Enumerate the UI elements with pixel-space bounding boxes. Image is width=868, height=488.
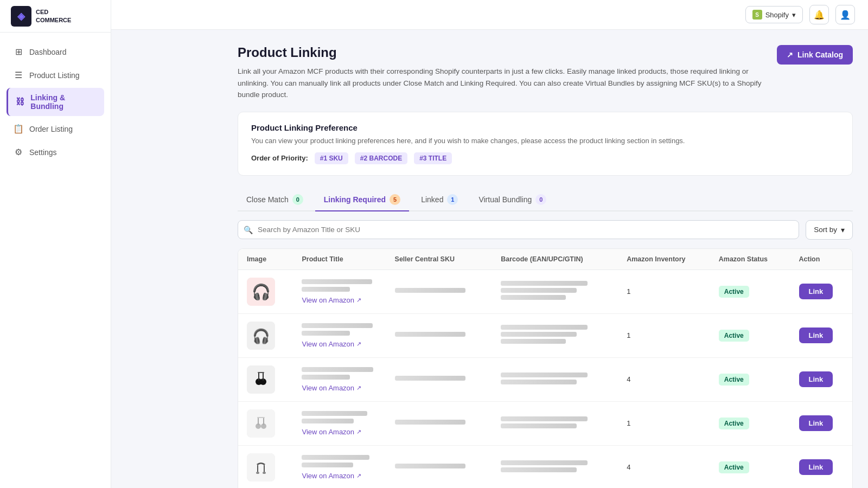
main-content: Product Linking Link all your Amazon MCF… bbox=[222, 30, 868, 488]
cell-sku-5 bbox=[386, 445, 493, 488]
table-row: 🎧 View on Amazon ↗ 1 Active bbox=[238, 313, 852, 357]
tab-linking-required-badge: 5 bbox=[390, 194, 400, 205]
cell-sku-2 bbox=[386, 313, 493, 357]
sort-chevron-icon: ▾ bbox=[841, 226, 845, 234]
tab-linked[interactable]: Linked 1 bbox=[412, 189, 467, 211]
chevron-down-icon: ▾ bbox=[792, 11, 796, 19]
external-link-icon: ↗ bbox=[356, 472, 361, 479]
search-input[interactable] bbox=[238, 220, 799, 239]
logo-text: CED COMMERCE bbox=[36, 8, 71, 24]
search-wrap: 🔍 bbox=[238, 220, 799, 239]
user-icon: 👤 bbox=[840, 10, 851, 20]
view-amazon-link-3[interactable]: View on Amazon ↗ bbox=[302, 384, 377, 392]
user-profile-button[interactable]: 👤 bbox=[835, 5, 855, 24]
cell-title-1: View on Amazon ↗ bbox=[293, 269, 386, 313]
external-link-icon: ↗ bbox=[356, 428, 361, 435]
sidebar-item-settings[interactable]: ⚙ Settings bbox=[7, 142, 104, 163]
cell-image-1: 🎧 bbox=[238, 269, 293, 313]
cell-inventory-2: 1 bbox=[618, 313, 710, 357]
sidebar-item-label: Linking & Bundling bbox=[30, 93, 98, 111]
notifications-button[interactable]: 🔔 bbox=[809, 5, 829, 24]
svg-rect-9 bbox=[258, 372, 264, 373]
status-badge-4: Active bbox=[719, 418, 749, 429]
view-amazon-link-1[interactable]: View on Amazon ↗ bbox=[302, 296, 377, 304]
cell-status-4: Active bbox=[710, 401, 790, 445]
cell-image-4 bbox=[238, 401, 293, 445]
col-barcode: Barcode (EAN/UPC/GTIN) bbox=[492, 249, 618, 270]
sidebar-item-label: Order Listing bbox=[29, 125, 73, 133]
svg-rect-15 bbox=[257, 417, 265, 418]
status-badge-2: Active bbox=[719, 330, 749, 342]
link-button-3[interactable]: Link bbox=[799, 371, 833, 387]
status-badge-5: Active bbox=[719, 461, 749, 473]
cell-action-1: Link bbox=[790, 269, 853, 313]
col-product-title: Product Title bbox=[293, 249, 386, 270]
products-table: Image Product Title Seller Central SKU B… bbox=[238, 248, 853, 488]
cell-sku-3 bbox=[386, 357, 493, 401]
link-catalog-icon: ↗ bbox=[787, 50, 793, 59]
svg-rect-10 bbox=[247, 409, 275, 438]
tab-virtual-bundling-label: Virtual Bundling bbox=[478, 195, 532, 204]
tab-linked-label: Linked bbox=[421, 195, 443, 204]
link-button-1[interactable]: Link bbox=[799, 284, 833, 299]
external-link-icon: ↗ bbox=[356, 297, 361, 304]
preference-card: Product Linking Preference You can view … bbox=[238, 112, 853, 176]
sidebar-item-order-listing[interactable]: 📋 Order Listing bbox=[7, 118, 104, 139]
tab-virtual-bundling[interactable]: Virtual Bundling 0 bbox=[470, 189, 555, 211]
sidebar-item-label: Dashboard bbox=[29, 48, 67, 56]
cell-title-2: View on Amazon ↗ bbox=[293, 313, 386, 357]
link-button-2[interactable]: Link bbox=[799, 328, 833, 343]
logo: ◈ CED COMMERCE bbox=[0, 0, 111, 33]
tab-virtual-bundling-badge: 0 bbox=[535, 194, 546, 205]
preference-description: You can view your product linking prefer… bbox=[251, 137, 839, 145]
tab-close-match[interactable]: Close Match 0 bbox=[238, 189, 312, 211]
cell-barcode-2 bbox=[492, 313, 618, 357]
shopify-label: Shopify bbox=[765, 11, 789, 19]
external-link-icon: ↗ bbox=[356, 341, 361, 348]
cell-barcode-4 bbox=[492, 401, 618, 445]
tab-linking-required-label: Linking Required bbox=[324, 195, 386, 204]
search-icon: 🔍 bbox=[244, 226, 253, 234]
dashboard-icon: ⊞ bbox=[13, 47, 24, 57]
sidebar-item-product-listing[interactable]: ☰ Product Listing bbox=[7, 65, 104, 86]
priority-tag-title: #3 TITLE bbox=[414, 152, 452, 164]
cell-image-5 bbox=[238, 445, 293, 488]
cell-title-3: View on Amazon ↗ bbox=[293, 357, 386, 401]
cell-image-2: 🎧 bbox=[238, 313, 293, 357]
cell-image-3 bbox=[238, 357, 293, 401]
preference-title: Product Linking Preference bbox=[251, 123, 839, 132]
svg-rect-7 bbox=[258, 372, 259, 381]
table-row: View on Amazon ↗ 4 Active Link bbox=[238, 357, 852, 401]
settings-icon: ⚙ bbox=[13, 147, 24, 157]
link-button-4[interactable]: Link bbox=[799, 415, 833, 431]
link-icon: ⛓ bbox=[15, 97, 25, 107]
cell-barcode-5 bbox=[492, 445, 618, 488]
view-amazon-link-2[interactable]: View on Amazon ↗ bbox=[302, 340, 377, 348]
product-image-5 bbox=[247, 453, 275, 481]
sort-button[interactable]: Sort by ▾ bbox=[806, 220, 853, 240]
tab-linked-badge: 1 bbox=[447, 194, 458, 205]
svg-point-20 bbox=[263, 472, 266, 474]
tabs-row: Close Match 0 Linking Required 5 Linked … bbox=[238, 189, 853, 211]
view-amazon-link-4[interactable]: View on Amazon ↗ bbox=[302, 428, 377, 436]
sidebar-item-dashboard[interactable]: ⊞ Dashboard bbox=[7, 41, 104, 62]
product-image-4 bbox=[247, 409, 275, 438]
cell-status-2: Active bbox=[710, 313, 790, 357]
view-amazon-link-5[interactable]: View on Amazon ↗ bbox=[302, 472, 377, 480]
page-title: Product Linking bbox=[238, 45, 777, 60]
status-badge-1: Active bbox=[719, 286, 749, 298]
shopify-selector[interactable]: S Shopify ▾ bbox=[745, 6, 803, 23]
link-button-5[interactable]: Link bbox=[799, 459, 833, 475]
tab-close-match-badge: 0 bbox=[292, 194, 303, 205]
shopify-icon: S bbox=[752, 10, 762, 20]
product-image-3 bbox=[247, 365, 275, 394]
cell-inventory-1: 1 bbox=[618, 269, 710, 313]
cell-sku-4 bbox=[386, 401, 493, 445]
link-catalog-button[interactable]: ↗ Link Catalog bbox=[777, 45, 853, 65]
svg-text:🎧: 🎧 bbox=[252, 283, 271, 301]
tab-linking-required[interactable]: Linking Required 5 bbox=[315, 189, 409, 211]
table-row: 🎧 View on Amazon ↗ 1 Active bbox=[238, 269, 852, 313]
sidebar-item-linking-bundling[interactable]: ⛓ Linking & Bundling bbox=[7, 88, 104, 116]
page-header-text: Product Linking Link all your Amazon MCF… bbox=[238, 45, 777, 101]
svg-rect-13 bbox=[258, 417, 259, 425]
